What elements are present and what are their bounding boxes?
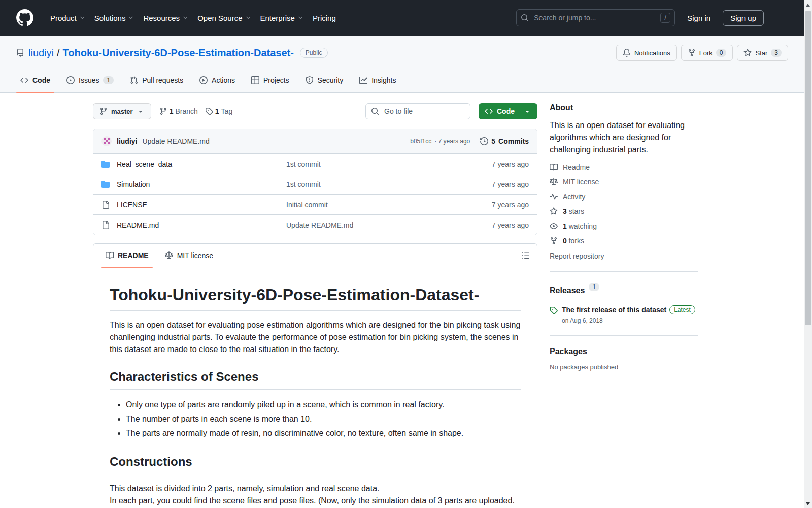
sidebar-link-forks[interactable]: 0 forks [550, 237, 698, 245]
tag-icon [205, 107, 213, 115]
file-commit-message[interactable]: 1st commit [286, 180, 492, 188]
repo-icon [16, 49, 24, 57]
file-link[interactable]: Real_scene_data [117, 160, 172, 168]
release-title[interactable]: The first release of this dataset [562, 306, 666, 314]
notifications-button[interactable]: Notifications [616, 45, 677, 61]
go-to-file-input[interactable] [383, 107, 449, 116]
scroll-up-arrow-icon[interactable] [806, 4, 810, 7]
readme-constructions-text: This dataset is divided into 2 parts, na… [110, 483, 521, 508]
nav-item-pricing[interactable]: Pricing [308, 14, 341, 22]
chevron-down-icon [79, 15, 85, 21]
repo-header: liudiyi / Tohoku-University-6D-Pose-Esti… [0, 36, 804, 93]
sidebar-link-license[interactable]: MIT license [550, 178, 698, 186]
primary-nav: Product Solutions Resources Open Source … [46, 14, 341, 22]
watching-count: 1 [563, 222, 567, 230]
sidebar-link-activity[interactable]: Activity [550, 193, 698, 201]
sidebar-link-label: forks [569, 237, 584, 245]
nav-item-product[interactable]: Product [46, 14, 90, 22]
releases-count: 1 [589, 283, 599, 291]
file-commit-message[interactable]: Initial commit [286, 201, 492, 209]
star-button[interactable]: Star 3 [737, 45, 788, 61]
sidebar-link-label: Activity [563, 193, 585, 201]
sign-in-link[interactable]: Sign in [683, 11, 715, 25]
search-icon [371, 107, 379, 115]
scrollbar-thumb[interactable] [805, 11, 811, 325]
commit-time: · 7 years ago [434, 138, 470, 145]
avatar[interactable] [101, 136, 112, 146]
book-icon [550, 163, 558, 171]
sidebar-link-readme[interactable]: Readme [550, 163, 698, 171]
chevron-down-icon [245, 15, 251, 21]
file-commit-message[interactable]: 1st commit [286, 160, 492, 168]
sidebar-link-label: Readme [563, 163, 590, 171]
go-to-file-search[interactable] [365, 103, 470, 119]
scroll-down-arrow-icon[interactable] [806, 502, 810, 505]
release-item[interactable]: The first release of this datasetLatest … [550, 305, 698, 324]
tab-readme[interactable]: README [97, 244, 157, 267]
issues-count: 1 [103, 76, 114, 84]
tab-label: Pull requests [142, 76, 183, 84]
file-link[interactable]: LICENSE [117, 201, 147, 209]
readme-section: README MIT license Tohoku-University-6D-… [93, 243, 537, 508]
sign-up-button[interactable]: Sign up [723, 10, 764, 26]
repo-sidebar: About This is an open dataset for evalua… [550, 103, 698, 508]
file-commit-time: 7 years ago [492, 221, 529, 229]
file-link[interactable]: README.md [117, 221, 159, 229]
sidebar-link-stars[interactable]: 3 stars [550, 207, 698, 215]
tab-insights[interactable]: Insights [351, 68, 404, 92]
commit-author-link[interactable]: liudiyi [117, 137, 137, 145]
global-search[interactable]: / [516, 9, 675, 26]
commit-message-link[interactable]: Update README.md [142, 137, 209, 145]
fork-label: Fork [699, 49, 713, 57]
file-commit-time: 7 years ago [492, 160, 529, 168]
git-branch-icon [159, 107, 167, 115]
commit-history-link[interactable]: 5 Commits [480, 137, 529, 145]
readme-intro: This is an open dataset for evaluating p… [110, 319, 521, 356]
tab-actions[interactable]: Actions [191, 68, 243, 92]
nav-item-solutions[interactable]: Solutions [90, 14, 139, 22]
tags-link[interactable]: 1 Tag [205, 107, 232, 115]
search-input[interactable] [533, 13, 656, 22]
breadcrumb-repo-link[interactable]: Tohoku-University-6D-Pose-Estimation-Dat… [63, 47, 294, 59]
about-title: About [550, 103, 698, 112]
readme-tab-label: README [118, 251, 149, 260]
github-logo-icon[interactable] [16, 9, 33, 26]
list-item: The number of parts in each scene is mor… [126, 412, 521, 426]
commit-sha[interactable]: b05f1cc [410, 138, 431, 145]
list-item: The parts are normally made of resin, no… [126, 426, 521, 440]
file-commit-time: 7 years ago [492, 201, 529, 209]
about-description: This is an open dataset for evaluating a… [550, 119, 698, 156]
branch-count: 1 [170, 107, 174, 115]
nav-item-resources[interactable]: Resources [139, 14, 193, 22]
fork-button[interactable]: Fork 0 [681, 45, 733, 61]
star-icon [743, 49, 752, 57]
nav-item-label: Pricing [313, 14, 336, 22]
breadcrumb-owner-link[interactable]: liudiyi [28, 47, 54, 59]
search-icon [521, 14, 529, 22]
sidebar-link-watching[interactable]: 1 watching [550, 222, 698, 230]
tab-mit-license[interactable]: MIT license [157, 244, 221, 267]
page-scrollbar[interactable] [804, 0, 812, 508]
tab-pull-requests[interactable]: Pull requests [122, 68, 191, 92]
file-link[interactable]: Simulation [117, 180, 150, 188]
tab-issues[interactable]: Issues 1 [58, 68, 122, 92]
code-download-button[interactable]: Code [479, 103, 537, 119]
branches-link[interactable]: 1 Branch [159, 107, 198, 115]
report-repository-link[interactable]: Report repository [550, 252, 698, 260]
readme-bullet-list: Only one type of parts are randomly pile… [110, 398, 521, 440]
tab-security[interactable]: Security [297, 68, 352, 92]
list-item: Only one type of parts are randomly pile… [126, 398, 521, 412]
nav-item-open-source[interactable]: Open Source [193, 14, 255, 22]
branch-selector-button[interactable]: master [93, 103, 151, 119]
nav-item-enterprise[interactable]: Enterprise [256, 14, 308, 22]
tab-projects[interactable]: Projects [243, 68, 297, 92]
file-commit-message[interactable]: Update README.md [286, 221, 492, 229]
tab-code[interactable]: Code [12, 68, 58, 92]
visibility-badge: Public [300, 48, 328, 58]
file-icon [101, 221, 110, 229]
top-navigation: Product Solutions Resources Open Source … [0, 0, 804, 36]
nav-item-label: Enterprise [260, 14, 295, 22]
bell-icon [623, 49, 631, 57]
law-icon [165, 251, 173, 260]
outline-icon[interactable] [519, 248, 533, 263]
